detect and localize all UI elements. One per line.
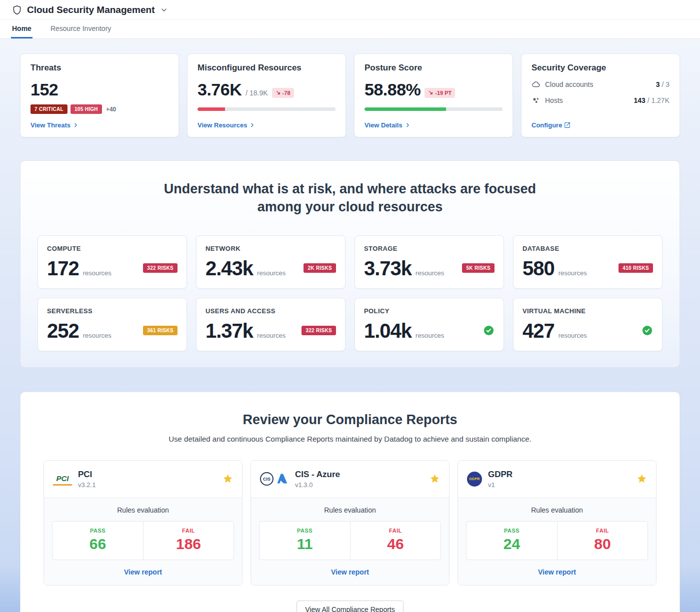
link-label: View Details	[364, 121, 402, 129]
report-body: Rules evaluation PASS 66 FAIL 186 View r…	[44, 498, 242, 585]
configure-link[interactable]: Configure	[532, 114, 670, 129]
more-threats-count: +40	[106, 106, 116, 113]
risk-count-badge[interactable]: 2K RISKS	[304, 263, 336, 273]
tab-resource-inventory[interactable]: Resource Inventory	[50, 20, 112, 38]
view-report-link[interactable]: View report	[52, 560, 234, 579]
chevron-right-icon	[72, 122, 79, 128]
misconfigured-progress-bar	[198, 107, 336, 111]
pass-cell: PASS 24	[466, 522, 557, 560]
risk-category-label: STORAGE	[364, 245, 494, 252]
resource-count: 1.04k	[364, 321, 412, 341]
risk-count-badge[interactable]: 410 RISKS	[618, 263, 653, 273]
risk-category-label: POLICY	[364, 307, 494, 315]
resource-count: 3.73k	[364, 258, 412, 278]
posture-score-card: Posture Score 58.88% -19 PT View Details	[354, 53, 513, 137]
view-report-link[interactable]: View report	[259, 560, 441, 579]
pass-count: 11	[264, 536, 346, 553]
coverage-label: Cloud accounts	[545, 80, 594, 88]
threats-count: 152	[30, 80, 58, 99]
coverage-row-cloud-accounts: Cloud accounts 3 / 3	[532, 80, 670, 89]
resource-unit-label: resources	[416, 269, 444, 277]
compliance-reports-section: Review your Compliance Reports Use detai…	[20, 392, 680, 612]
risk-section-title: Understand what is at risk, and where at…	[145, 180, 555, 216]
risk-card-serverless[interactable]: SERVERLESS 252 resources 361 RISKS	[38, 298, 187, 351]
resource-unit-label: resources	[83, 332, 112, 339]
report-version: v1.3.0	[295, 481, 340, 489]
report-card-cis-azure: CIS CIS - Azure v1.3.0 Rules evaluation	[250, 460, 450, 586]
fail-count: 80	[562, 536, 644, 553]
risk-card-storage[interactable]: STORAGE 3.73k resources 5K RISKS	[354, 235, 504, 289]
chevron-right-icon	[249, 122, 256, 128]
view-resources-link[interactable]: View Resources	[198, 114, 336, 129]
resource-unit-label: resources	[83, 269, 112, 277]
pass-label: PASS	[470, 528, 553, 534]
resource-count: 2.43k	[206, 258, 253, 278]
resource-count: 1.37k	[206, 321, 253, 341]
security-coverage-card: Security Coverage Cloud accounts 3 / 3 H…	[521, 53, 680, 137]
risk-card-database[interactable]: DATABASE 580 resources 410 RISKS	[513, 235, 662, 289]
check-circle-icon	[483, 325, 494, 336]
report-body: Rules evaluation PASS 11 FAIL 46 View re…	[251, 498, 449, 585]
coverage-row-hosts: Hosts 143 / 1.27K	[532, 96, 670, 105]
report-body: Rules evaluation PASS 24 FAIL 80 View re…	[458, 498, 656, 585]
hosts-icon	[532, 96, 540, 105]
fail-cell: FAIL 80	[557, 522, 648, 560]
report-name: CIS - Azure	[295, 470, 340, 480]
link-label: View Threats	[30, 121, 70, 129]
fail-count: 46	[354, 536, 436, 553]
tab-bar: Home Resource Inventory	[0, 20, 700, 39]
high-badge[interactable]: 105 HIGH	[70, 104, 102, 114]
rules-evaluation-label: Rules evaluation	[259, 506, 441, 514]
star-icon[interactable]	[430, 474, 440, 484]
pass-cell: PASS 66	[52, 522, 143, 560]
risk-card-virtual-machine[interactable]: VIRTUAL MACHINE 427 resources	[513, 298, 662, 351]
resource-count: 427	[522, 321, 554, 341]
pass-fail-box: PASS 24 FAIL 80	[466, 521, 648, 560]
fail-count: 186	[148, 536, 230, 553]
pass-label: PASS	[56, 528, 139, 534]
chevron-right-icon	[404, 122, 411, 128]
resource-count: 172	[47, 258, 79, 278]
card-title: Misconfigured Resources	[198, 63, 336, 73]
shield-icon	[12, 5, 22, 15]
fail-label: FAIL	[562, 528, 644, 534]
view-all-compliance-reports-button[interactable]: View All Compliance Reports	[296, 601, 404, 612]
pass-count: 24	[470, 536, 553, 553]
cis-azure-logo: CIS	[260, 472, 289, 486]
trend-value: -78	[282, 90, 290, 96]
misconfigured-count: 3.76K	[198, 80, 242, 99]
pass-fail-box: PASS 11 FAIL 46	[259, 521, 441, 560]
report-name: PCI	[78, 470, 96, 480]
main-content: Threats 152 7 CRITICAL 105 HIGH +40 View…	[0, 39, 700, 612]
view-details-link[interactable]: View Details	[364, 114, 502, 129]
star-icon[interactable]	[222, 474, 233, 484]
summary-card-row: Threats 152 7 CRITICAL 105 HIGH +40 View…	[20, 53, 680, 137]
risk-count-badge[interactable]: 5K RISKS	[462, 263, 494, 273]
resource-unit-label: resources	[558, 269, 587, 277]
risk-count-badge[interactable]: 322 RISKS	[302, 326, 336, 335]
risk-card-users-and-access[interactable]: USERS AND ACCESS 1.37k resources 322 RIS…	[196, 298, 346, 351]
risk-count-badge[interactable]: 361 RISKS	[143, 326, 178, 335]
view-report-link[interactable]: View report	[466, 560, 648, 579]
risk-card-compute[interactable]: COMPUTE 172 resources 322 RISKS	[38, 235, 187, 289]
risk-card-network[interactable]: NETWORK 2.43k resources 2K RISKS	[196, 235, 346, 289]
progress-fill	[198, 107, 225, 111]
report-card-pci: PCI PCI v3.2.1 Rules evaluation PASS 66	[44, 460, 242, 586]
resource-unit-label: resources	[257, 269, 286, 277]
critical-badge[interactable]: 7 CRITICAL	[30, 104, 68, 114]
risk-card-grid: COMPUTE 172 resources 322 RISKS NETWORK …	[38, 235, 662, 351]
check-circle-icon	[642, 325, 653, 336]
chevron-down-icon[interactable]	[160, 6, 168, 14]
tab-home[interactable]: Home	[11, 20, 32, 38]
risk-category-label: VIRTUAL MACHINE	[522, 307, 653, 315]
risk-count-badge[interactable]: 322 RISKS	[143, 263, 178, 273]
card-title: Security Coverage	[532, 63, 670, 73]
azure-logo	[276, 472, 289, 486]
card-title: Posture Score	[364, 63, 502, 73]
view-threats-link[interactable]: View Threats	[30, 114, 168, 129]
link-label: View Resources	[198, 121, 247, 129]
view-all-wrap: View All Compliance Reports	[44, 601, 656, 612]
star-icon[interactable]	[636, 474, 647, 484]
link-label: Configure	[532, 121, 562, 129]
risk-card-policy[interactable]: POLICY 1.04k resources	[354, 298, 504, 351]
